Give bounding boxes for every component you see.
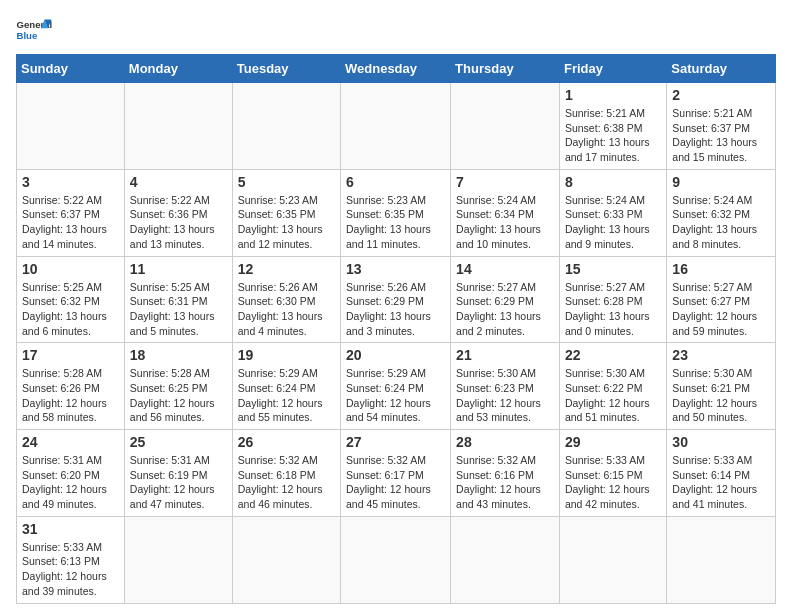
calendar-cell: 3Sunrise: 5:22 AM Sunset: 6:37 PM Daylig… [17, 169, 125, 256]
calendar-cell: 9Sunrise: 5:24 AM Sunset: 6:32 PM Daylig… [667, 169, 776, 256]
day-number: 30 [672, 434, 770, 450]
calendar-cell: 6Sunrise: 5:23 AM Sunset: 6:35 PM Daylig… [341, 169, 451, 256]
calendar-cell: 27Sunrise: 5:32 AM Sunset: 6:17 PM Dayli… [341, 430, 451, 517]
day-number: 24 [22, 434, 119, 450]
day-info: Sunrise: 5:27 AM Sunset: 6:27 PM Dayligh… [672, 280, 770, 339]
day-info: Sunrise: 5:29 AM Sunset: 6:24 PM Dayligh… [238, 366, 335, 425]
week-row-2: 3Sunrise: 5:22 AM Sunset: 6:37 PM Daylig… [17, 169, 776, 256]
calendar-cell: 13Sunrise: 5:26 AM Sunset: 6:29 PM Dayli… [341, 256, 451, 343]
day-info: Sunrise: 5:28 AM Sunset: 6:25 PM Dayligh… [130, 366, 227, 425]
day-info: Sunrise: 5:24 AM Sunset: 6:34 PM Dayligh… [456, 193, 554, 252]
day-info: Sunrise: 5:23 AM Sunset: 6:35 PM Dayligh… [238, 193, 335, 252]
day-info: Sunrise: 5:33 AM Sunset: 6:15 PM Dayligh… [565, 453, 661, 512]
day-number: 2 [672, 87, 770, 103]
weekday-header-friday: Friday [559, 55, 666, 83]
svg-text:Blue: Blue [17, 30, 38, 41]
day-number: 14 [456, 261, 554, 277]
day-number: 16 [672, 261, 770, 277]
calendar-cell [341, 83, 451, 170]
calendar-cell [124, 516, 232, 603]
calendar-cell: 23Sunrise: 5:30 AM Sunset: 6:21 PM Dayli… [667, 343, 776, 430]
calendar-cell: 16Sunrise: 5:27 AM Sunset: 6:27 PM Dayli… [667, 256, 776, 343]
calendar-cell [667, 516, 776, 603]
day-number: 4 [130, 174, 227, 190]
day-number: 26 [238, 434, 335, 450]
calendar-cell: 29Sunrise: 5:33 AM Sunset: 6:15 PM Dayli… [559, 430, 666, 517]
day-info: Sunrise: 5:26 AM Sunset: 6:29 PM Dayligh… [346, 280, 445, 339]
calendar-cell: 8Sunrise: 5:24 AM Sunset: 6:33 PM Daylig… [559, 169, 666, 256]
calendar-cell: 1Sunrise: 5:21 AM Sunset: 6:38 PM Daylig… [559, 83, 666, 170]
day-info: Sunrise: 5:33 AM Sunset: 6:13 PM Dayligh… [22, 540, 119, 599]
day-info: Sunrise: 5:31 AM Sunset: 6:20 PM Dayligh… [22, 453, 119, 512]
day-number: 5 [238, 174, 335, 190]
day-info: Sunrise: 5:21 AM Sunset: 6:38 PM Dayligh… [565, 106, 661, 165]
day-number: 28 [456, 434, 554, 450]
day-info: Sunrise: 5:28 AM Sunset: 6:26 PM Dayligh… [22, 366, 119, 425]
calendar-cell: 24Sunrise: 5:31 AM Sunset: 6:20 PM Dayli… [17, 430, 125, 517]
day-info: Sunrise: 5:31 AM Sunset: 6:19 PM Dayligh… [130, 453, 227, 512]
week-row-6: 31Sunrise: 5:33 AM Sunset: 6:13 PM Dayli… [17, 516, 776, 603]
calendar-cell: 17Sunrise: 5:28 AM Sunset: 6:26 PM Dayli… [17, 343, 125, 430]
weekday-header-saturday: Saturday [667, 55, 776, 83]
calendar-cell: 26Sunrise: 5:32 AM Sunset: 6:18 PM Dayli… [232, 430, 340, 517]
day-info: Sunrise: 5:32 AM Sunset: 6:17 PM Dayligh… [346, 453, 445, 512]
calendar-cell: 30Sunrise: 5:33 AM Sunset: 6:14 PM Dayli… [667, 430, 776, 517]
day-number: 9 [672, 174, 770, 190]
calendar-cell: 18Sunrise: 5:28 AM Sunset: 6:25 PM Dayli… [124, 343, 232, 430]
day-info: Sunrise: 5:27 AM Sunset: 6:28 PM Dayligh… [565, 280, 661, 339]
week-row-4: 17Sunrise: 5:28 AM Sunset: 6:26 PM Dayli… [17, 343, 776, 430]
day-number: 10 [22, 261, 119, 277]
calendar-cell [17, 83, 125, 170]
logo: General Blue [16, 16, 52, 44]
day-number: 25 [130, 434, 227, 450]
calendar-cell: 21Sunrise: 5:30 AM Sunset: 6:23 PM Dayli… [451, 343, 560, 430]
day-number: 31 [22, 521, 119, 537]
calendar-cell: 28Sunrise: 5:32 AM Sunset: 6:16 PM Dayli… [451, 430, 560, 517]
day-number: 20 [346, 347, 445, 363]
weekday-header-tuesday: Tuesday [232, 55, 340, 83]
calendar-cell [124, 83, 232, 170]
day-number: 29 [565, 434, 661, 450]
calendar-cell: 2Sunrise: 5:21 AM Sunset: 6:37 PM Daylig… [667, 83, 776, 170]
calendar-cell [559, 516, 666, 603]
calendar-cell: 4Sunrise: 5:22 AM Sunset: 6:36 PM Daylig… [124, 169, 232, 256]
calendar-cell: 5Sunrise: 5:23 AM Sunset: 6:35 PM Daylig… [232, 169, 340, 256]
weekday-header-row: SundayMondayTuesdayWednesdayThursdayFrid… [17, 55, 776, 83]
day-number: 23 [672, 347, 770, 363]
week-row-3: 10Sunrise: 5:25 AM Sunset: 6:32 PM Dayli… [17, 256, 776, 343]
day-info: Sunrise: 5:33 AM Sunset: 6:14 PM Dayligh… [672, 453, 770, 512]
calendar-cell [451, 516, 560, 603]
week-row-1: 1Sunrise: 5:21 AM Sunset: 6:38 PM Daylig… [17, 83, 776, 170]
day-info: Sunrise: 5:30 AM Sunset: 6:21 PM Dayligh… [672, 366, 770, 425]
day-number: 22 [565, 347, 661, 363]
weekday-header-thursday: Thursday [451, 55, 560, 83]
day-info: Sunrise: 5:26 AM Sunset: 6:30 PM Dayligh… [238, 280, 335, 339]
day-info: Sunrise: 5:24 AM Sunset: 6:32 PM Dayligh… [672, 193, 770, 252]
day-number: 27 [346, 434, 445, 450]
week-row-5: 24Sunrise: 5:31 AM Sunset: 6:20 PM Dayli… [17, 430, 776, 517]
day-info: Sunrise: 5:25 AM Sunset: 6:32 PM Dayligh… [22, 280, 119, 339]
calendar-cell: 15Sunrise: 5:27 AM Sunset: 6:28 PM Dayli… [559, 256, 666, 343]
day-info: Sunrise: 5:32 AM Sunset: 6:18 PM Dayligh… [238, 453, 335, 512]
day-number: 18 [130, 347, 227, 363]
day-info: Sunrise: 5:21 AM Sunset: 6:37 PM Dayligh… [672, 106, 770, 165]
calendar-cell: 20Sunrise: 5:29 AM Sunset: 6:24 PM Dayli… [341, 343, 451, 430]
day-info: Sunrise: 5:22 AM Sunset: 6:36 PM Dayligh… [130, 193, 227, 252]
day-number: 7 [456, 174, 554, 190]
day-number: 11 [130, 261, 227, 277]
day-number: 1 [565, 87, 661, 103]
calendar-cell: 10Sunrise: 5:25 AM Sunset: 6:32 PM Dayli… [17, 256, 125, 343]
day-info: Sunrise: 5:22 AM Sunset: 6:37 PM Dayligh… [22, 193, 119, 252]
day-info: Sunrise: 5:23 AM Sunset: 6:35 PM Dayligh… [346, 193, 445, 252]
calendar-cell: 11Sunrise: 5:25 AM Sunset: 6:31 PM Dayli… [124, 256, 232, 343]
day-number: 13 [346, 261, 445, 277]
day-info: Sunrise: 5:30 AM Sunset: 6:22 PM Dayligh… [565, 366, 661, 425]
calendar-cell [341, 516, 451, 603]
day-number: 8 [565, 174, 661, 190]
day-info: Sunrise: 5:27 AM Sunset: 6:29 PM Dayligh… [456, 280, 554, 339]
calendar-cell [232, 516, 340, 603]
weekday-header-wednesday: Wednesday [341, 55, 451, 83]
page-header: General Blue [16, 16, 776, 44]
calendar-cell: 14Sunrise: 5:27 AM Sunset: 6:29 PM Dayli… [451, 256, 560, 343]
day-number: 21 [456, 347, 554, 363]
